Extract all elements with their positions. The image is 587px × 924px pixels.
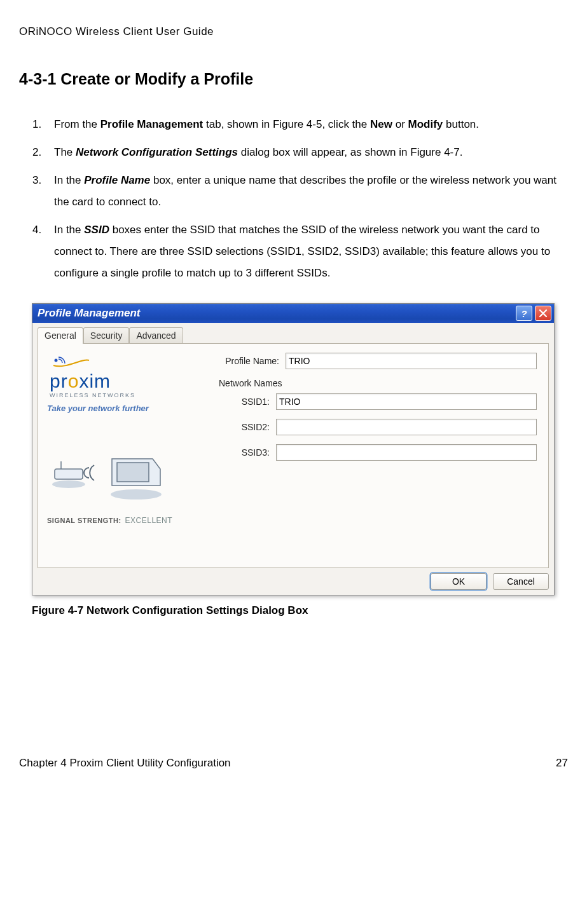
step-3: In the Profile Name box, enter a unique …: [45, 170, 568, 213]
signal-strength-label: SIGNAL STRENGTH:: [47, 517, 121, 524]
ok-button[interactable]: OK: [431, 573, 487, 590]
dialog-title: Profile Management: [38, 307, 513, 320]
footer-left: Chapter 4 Proxim Client Utility Configur…: [19, 757, 231, 770]
footer-page-number: 27: [556, 757, 568, 770]
document-header: ORiNOCO Wireless Client User Guide: [19, 25, 568, 38]
ssid2-input[interactable]: [276, 419, 537, 435]
help-button[interactable]: ?: [516, 306, 532, 321]
tab-advanced[interactable]: Advanced: [129, 327, 183, 344]
form-column: Profile Name: Network Names SSID1: SSID2…: [219, 353, 537, 525]
profile-management-dialog: Profile Management ? General Security Ad…: [32, 303, 555, 595]
ssid1-label: SSID1:: [235, 397, 270, 407]
profile-name-input[interactable]: [286, 353, 537, 369]
ssid3-row: SSID3:: [235, 444, 537, 461]
bold-italic-text: Profile Name: [84, 174, 150, 186]
svg-point-3: [52, 480, 85, 488]
text: In the: [54, 174, 84, 186]
brand-tagline: Take your network further: [47, 404, 149, 413]
svg-point-0: [55, 359, 58, 362]
bold-text: Modify: [408, 118, 443, 130]
brand-text: o: [68, 370, 79, 391]
tab-general[interactable]: General: [38, 327, 83, 344]
profile-name-label: Profile Name:: [219, 356, 279, 366]
ssid1-input[interactable]: [276, 393, 537, 410]
tabs-row: General Security Advanced: [38, 327, 549, 343]
ssid2-label: SSID2:: [235, 422, 270, 432]
section-heading: 4-3-1 Create or Modify a Profile: [19, 70, 568, 88]
text: button.: [443, 118, 479, 130]
cancel-button[interactable]: Cancel: [493, 573, 549, 590]
text: boxes enter the SSID that matches the SS…: [54, 224, 550, 279]
dialog-body: General Security Advanced proxim: [32, 323, 554, 595]
document-footer: Chapter 4 Proxim Client Utility Configur…: [19, 757, 568, 770]
brand-subtext: WIRELESS NETWORKS: [50, 392, 135, 398]
svg-rect-4: [117, 463, 149, 482]
network-names-label: Network Names: [219, 378, 537, 388]
step-2: The Network Configuration Settings dialo…: [45, 142, 568, 163]
logo-swoosh-icon: [52, 357, 90, 368]
text: tab, shown in Figure 4-5, click the: [203, 118, 370, 130]
svg-rect-1: [55, 469, 83, 479]
step-1: From the Profile Management tab, shown i…: [45, 114, 568, 135]
close-button[interactable]: [535, 306, 551, 321]
text: dialog box will appear, as shown in Figu…: [238, 146, 462, 158]
text: In the: [54, 224, 84, 236]
text: The: [54, 146, 76, 158]
signal-strength-value: EXCELLENT: [125, 516, 173, 525]
bold-text: Profile Management: [100, 118, 204, 130]
brand-text: pr: [50, 370, 68, 391]
network-illustration-icon: [51, 445, 165, 502]
tab-security[interactable]: Security: [83, 327, 130, 344]
ssid1-row: SSID1:: [235, 393, 537, 410]
steps-list: From the Profile Management tab, shown i…: [19, 114, 568, 284]
proxim-logo: proxim WIRELESS NETWORKS: [50, 357, 135, 398]
svg-point-5: [111, 489, 162, 499]
tab-panel: proxim WIRELESS NETWORKS Take your netwo…: [38, 343, 549, 568]
bold-italic-text: SSID: [84, 224, 109, 236]
text: or: [392, 118, 408, 130]
ssid3-label: SSID3:: [235, 447, 270, 458]
figure-caption: Figure 4-7 Network Configuration Setting…: [32, 604, 568, 617]
dialog-buttons: OK Cancel: [38, 573, 549, 590]
ssid2-row: SSID2:: [235, 419, 537, 435]
bold-text: New: [370, 118, 392, 130]
title-bar[interactable]: Profile Management ?: [32, 304, 554, 323]
close-icon: [539, 309, 548, 318]
help-icon: ?: [521, 308, 527, 319]
ssid3-input[interactable]: [276, 444, 537, 461]
signal-strength-row: SIGNAL STRENGTH: EXCELLENT: [47, 516, 172, 525]
network-names-group: SSID1: SSID2: SSID3:: [235, 393, 537, 461]
brand-text: xim: [79, 370, 111, 391]
text: From the: [54, 118, 100, 130]
branding-column: proxim WIRELESS NETWORKS Take your netwo…: [47, 353, 200, 525]
bold-italic-text: Network Configuration Settings: [76, 146, 238, 158]
step-4: In the SSID boxes enter the SSID that ma…: [45, 219, 568, 284]
profile-name-row: Profile Name:: [219, 353, 537, 369]
